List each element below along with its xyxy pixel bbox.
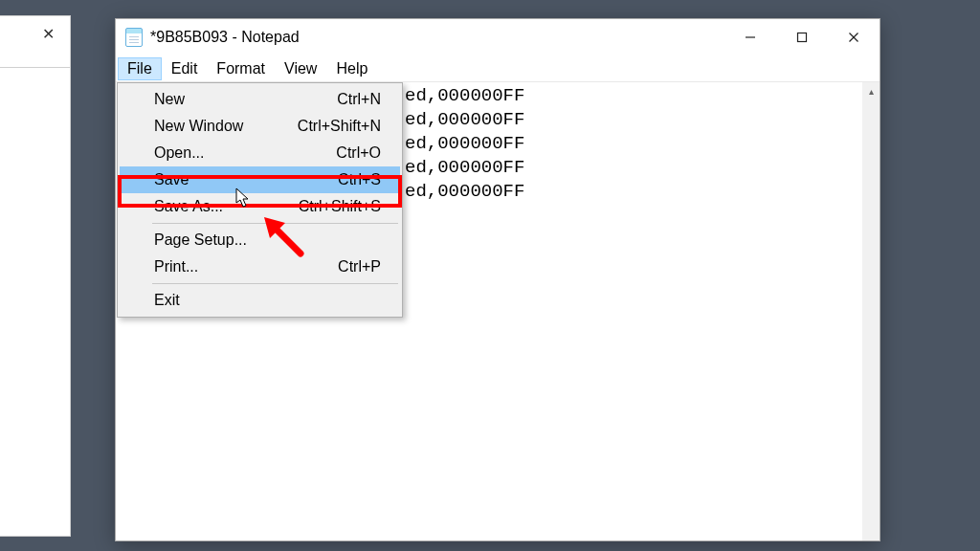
window-title: *9B85B093 - Notepad	[150, 29, 724, 46]
vertical-scrollbar[interactable]: ▴	[862, 82, 880, 540]
menu-new-window[interactable]: New Window Ctrl+Shift+N	[120, 113, 400, 140]
menu-new[interactable]: New Ctrl+N	[120, 86, 400, 113]
menu-item-shortcut: Ctrl+Shift+N	[298, 118, 381, 135]
menu-open[interactable]: Open... Ctrl+O	[120, 140, 400, 166]
scroll-up-arrow-icon[interactable]: ▴	[862, 82, 880, 99]
menu-item-label: New Window	[154, 118, 243, 135]
menu-edit[interactable]: Edit	[162, 57, 208, 80]
menu-file[interactable]: File	[118, 57, 162, 80]
close-button[interactable]	[828, 19, 880, 55]
text-area[interactable]: ed,000000FF ed,000000FF ed,000000FF ed,0…	[116, 82, 880, 540]
background-window-titlebar: ✕	[0, 15, 71, 68]
menu-exit[interactable]: Exit	[120, 287, 400, 314]
menu-item-shortcut: Ctrl+O	[336, 144, 381, 162]
menu-bar: File Edit Format View Help	[116, 55, 880, 82]
menu-item-shortcut: Ctrl+N	[337, 91, 381, 108]
menu-separator	[152, 223, 398, 224]
window-controls	[724, 19, 880, 55]
menu-item-label: Open...	[154, 144, 204, 162]
menu-item-label: New	[154, 91, 185, 108]
visible-text: ed,000000FF ed,000000FF ed,000000FF ed,0…	[405, 84, 524, 204]
menu-item-label: Save As...	[154, 198, 223, 215]
menu-save-as[interactable]: Save As... Ctrl+Shift+S	[120, 193, 400, 220]
menu-help[interactable]: Help	[326, 57, 377, 80]
notepad-window: *9B85B093 - Notepad File Edit Format Vie…	[115, 18, 880, 541]
menu-item-label: Exit	[154, 292, 180, 309]
menu-item-label: Page Setup...	[154, 231, 247, 249]
menu-item-shortcut: Ctrl+S	[338, 171, 381, 188]
svg-rect-1	[798, 33, 807, 42]
menu-format[interactable]: Format	[207, 57, 275, 80]
background-window-body	[0, 68, 71, 537]
menu-view[interactable]: View	[275, 57, 326, 80]
background-window-close-button[interactable]: ✕	[26, 16, 70, 51]
menu-print[interactable]: Print... Ctrl+P	[120, 253, 400, 280]
menu-item-label: Save	[154, 171, 189, 188]
menu-page-setup[interactable]: Page Setup...	[120, 227, 400, 253]
maximize-button[interactable]	[776, 19, 828, 55]
menu-item-label: Print...	[154, 258, 198, 276]
notepad-icon	[125, 28, 143, 47]
menu-save[interactable]: Save Ctrl+S	[120, 166, 400, 193]
title-bar[interactable]: *9B85B093 - Notepad	[116, 19, 880, 55]
minimize-button[interactable]	[724, 19, 776, 55]
file-menu-dropdown: New Ctrl+N New Window Ctrl+Shift+N Open.…	[117, 82, 403, 318]
menu-item-shortcut: Ctrl+Shift+S	[299, 198, 381, 215]
menu-separator	[152, 283, 398, 284]
menu-item-shortcut: Ctrl+P	[338, 258, 381, 276]
